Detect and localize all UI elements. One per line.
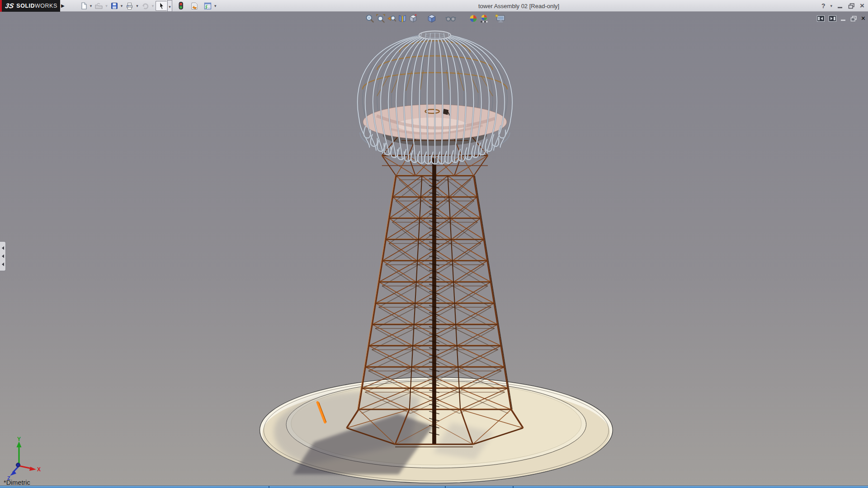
new-document-icon bbox=[80, 2, 88, 10]
view-orientation-button[interactable] bbox=[408, 14, 418, 25]
close-button[interactable]: × bbox=[860, 1, 864, 10]
new-dropdown-caret[interactable]: ▾ bbox=[90, 4, 92, 8]
view-orientation-label: *Dimetric bbox=[4, 479, 30, 486]
reference-triad: Y X Z bbox=[6, 437, 42, 480]
select-cursor-icon bbox=[158, 2, 165, 10]
view-orientation-icon bbox=[408, 14, 418, 23]
model-dome-front bbox=[358, 31, 513, 164]
scene-ball-icon bbox=[479, 14, 489, 23]
edge-separator bbox=[269, 486, 269, 488]
brand-3s-icon: 3S bbox=[5, 2, 14, 9]
glasses-icon bbox=[445, 14, 456, 23]
save-button[interactable] bbox=[109, 1, 119, 10]
zoom-to-area-icon bbox=[376, 14, 386, 23]
featuremanager-collapsed-tab[interactable] bbox=[0, 241, 6, 271]
options-dropdown-caret[interactable]: ▾ bbox=[214, 4, 217, 8]
menu-flyout-arrow-icon[interactable]: ▶ bbox=[61, 3, 65, 8]
doc-restore-icon bbox=[850, 16, 857, 22]
display-style-icon bbox=[427, 14, 437, 23]
collapse-arrow-icon bbox=[2, 263, 4, 266]
restore-icon bbox=[848, 3, 855, 9]
edge-separator bbox=[513, 486, 514, 488]
document-window-controls: × bbox=[817, 14, 865, 23]
print-dropdown-caret[interactable]: ▾ bbox=[136, 4, 138, 8]
help-button[interactable]: ? bbox=[821, 2, 826, 9]
edge-separator bbox=[445, 486, 446, 488]
dock-pane-left-button[interactable] bbox=[817, 15, 825, 22]
triad-y-label: Y bbox=[17, 437, 21, 442]
edit-note-button[interactable] bbox=[189, 1, 199, 10]
brand-name-light: WORKS bbox=[35, 3, 57, 9]
main-toolbar: ▾ ▾ ▾ bbox=[78, 0, 218, 12]
view-settings-icon bbox=[495, 14, 506, 23]
dock-pane-left-icon bbox=[817, 15, 825, 22]
bottom-window-edge bbox=[0, 486, 868, 488]
hide-show-items-button[interactable] bbox=[445, 14, 456, 25]
print-icon bbox=[125, 2, 134, 10]
brand-name-bold: SOLID bbox=[16, 3, 35, 9]
previous-view-button[interactable] bbox=[387, 14, 396, 25]
doc-close-button[interactable]: × bbox=[861, 14, 865, 23]
new-document-button[interactable] bbox=[79, 1, 89, 10]
headsup-view-toolbar bbox=[364, 14, 506, 25]
solidworks-window: 3S SOLIDWORKS ▶ ▾ ▾ bbox=[0, 0, 868, 488]
previous-view-icon bbox=[387, 14, 396, 23]
undo-dropdown-caret[interactable]: ▾ bbox=[152, 4, 154, 8]
solidworks-logo: 3S SOLIDWORKS bbox=[0, 0, 60, 12]
apply-scene-button[interactable] bbox=[479, 14, 489, 25]
print-button[interactable] bbox=[124, 1, 135, 10]
zoom-to-fit-icon bbox=[365, 14, 375, 23]
save-icon bbox=[110, 2, 118, 10]
display-style-button[interactable] bbox=[427, 14, 437, 25]
dock-pane-right-icon bbox=[829, 15, 836, 22]
restore-button[interactable] bbox=[848, 3, 855, 9]
view-settings-button[interactable] bbox=[495, 14, 506, 25]
traffic-light-icon bbox=[177, 1, 185, 10]
triad-x-label: X bbox=[37, 466, 41, 473]
doc-restore-button[interactable] bbox=[850, 16, 857, 22]
minimize-icon bbox=[837, 3, 843, 9]
section-view-icon bbox=[397, 14, 407, 23]
title-controls: ? ▾ × bbox=[821, 0, 864, 12]
graphics-viewport[interactable]: × Y X Z *Dimetric bbox=[0, 12, 868, 486]
undo-icon bbox=[141, 2, 150, 10]
appearance-ball-icon bbox=[468, 14, 478, 23]
doc-minimize-icon bbox=[840, 16, 846, 21]
section-view-button[interactable] bbox=[397, 14, 407, 25]
collapse-arrow-icon bbox=[2, 254, 4, 258]
zoom-to-area-button[interactable] bbox=[376, 14, 386, 25]
select-tool-button[interactable] bbox=[156, 1, 167, 11]
save-dropdown-caret[interactable]: ▾ bbox=[121, 4, 123, 8]
doc-minimize-button[interactable] bbox=[840, 16, 846, 21]
zoom-to-fit-button[interactable] bbox=[365, 14, 375, 25]
select-dropdown-caret[interactable]: ▾ bbox=[167, 0, 172, 12]
document-title: tower Assembly 02 [Read-only] bbox=[478, 3, 559, 9]
checklist-icon bbox=[203, 2, 212, 10]
options-checklist-button[interactable] bbox=[203, 1, 213, 10]
open-dropdown-caret[interactable]: ▾ bbox=[105, 4, 108, 8]
titlebar: 3S SOLIDWORKS ▶ ▾ ▾ bbox=[0, 0, 868, 12]
collapse-arrow-icon bbox=[2, 246, 4, 250]
minimize-button[interactable] bbox=[837, 3, 843, 9]
component-state-button[interactable] bbox=[176, 1, 186, 10]
open-button[interactable] bbox=[94, 1, 104, 10]
undo-button[interactable] bbox=[140, 1, 151, 10]
model-canvas[interactable] bbox=[0, 12, 868, 486]
open-icon bbox=[94, 2, 103, 10]
dock-pane-right-button[interactable] bbox=[829, 15, 836, 22]
note-hand-icon bbox=[190, 2, 198, 10]
help-menu-caret[interactable]: ▾ bbox=[830, 4, 833, 8]
edit-appearance-button[interactable] bbox=[468, 14, 478, 25]
